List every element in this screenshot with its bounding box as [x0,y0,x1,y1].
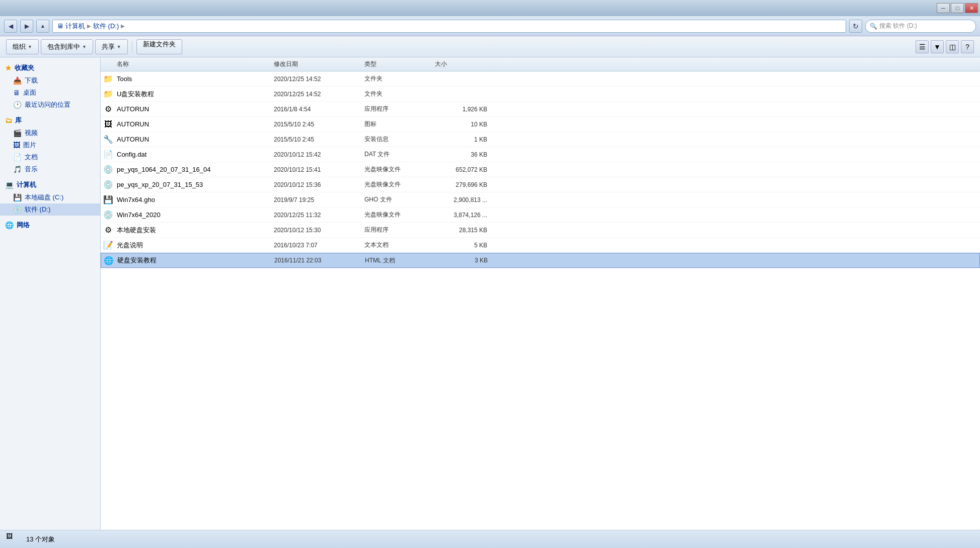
table-row[interactable]: 💿 pe_yqs_xp_20_07_31_15_53 2020/10/12 15… [101,177,980,192]
file-name: 本地硬盘安装 [117,226,274,235]
table-row[interactable]: 🌐 硬盘安装教程 2016/11/21 22:03 HTML 文档 3 KB [101,253,980,268]
table-row[interactable]: 📄 Config.dat 2020/10/12 15:42 DAT 文件 36 … [101,147,980,162]
file-name: Win7x64_2020 [117,211,274,219]
library-icon: 🗂 [5,116,12,124]
file-date: 2015/5/10 2:45 [274,136,364,143]
network-icon: 🌐 [5,221,14,229]
file-date: 2016/1/8 4:54 [274,106,364,113]
view-button[interactable]: ☰ [916,40,929,53]
main-layout: ★ 收藏夹 📥 下载 🖥 桌面 🕐 最近访问的位置 🗂 库 [0,57,980,530]
search-box[interactable]: 🔍 搜索 软件 (D:) [865,20,976,33]
breadcrumb-computer[interactable]: 计算机 [65,22,85,31]
table-row[interactable]: 🖼 AUTORUN 2015/5/10 2:45 图标 10 KB [101,117,980,132]
share-label: 共享 [102,42,115,51]
help-icon: ? [965,43,969,51]
table-row[interactable]: ⚙ AUTORUN 2016/1/8 4:54 应用程序 1,926 KB [101,102,980,117]
file-name: 硬盘安装教程 [117,256,274,265]
file-type: 应用程序 [364,105,435,113]
col-header-name[interactable]: 名称 [103,60,274,68]
col-header-size[interactable]: 大小 [435,60,495,68]
file-date: 2020/10/12 15:41 [274,166,364,173]
network-header[interactable]: 🌐 网络 [0,219,100,232]
up-button[interactable]: ▲ [36,20,49,33]
star-icon: ★ [5,64,12,72]
minimize-button[interactable]: ─ [937,3,950,13]
share-button[interactable]: 共享 ▼ [95,39,128,54]
recent-icon: 🕐 [13,101,22,109]
back-button[interactable]: ◀ [4,20,17,33]
organize-button[interactable]: 组织 ▼ [6,39,39,54]
table-row[interactable]: 📁 U盘安装教程 2020/12/25 14:52 文件夹 [101,87,980,102]
sidebar-item-picture-label: 图片 [23,141,36,150]
statusbar: 🖼 13 个对象 [0,530,980,548]
sidebar-item-drive-c[interactable]: 💾 本地磁盘 (C:) [0,191,100,203]
file-date: 2020/12/25 11:32 [274,212,364,219]
computer-icon: 💻 [5,181,14,189]
file-date: 2016/11/21 22:03 [274,257,365,264]
organize-label: 组织 [13,42,26,51]
table-row[interactable]: 💿 Win7x64_2020 2020/12/25 11:32 光盘映像文件 3… [101,208,980,223]
sidebar-item-download[interactable]: 📥 下载 [0,75,100,87]
table-row[interactable]: 💿 pe_yqs_1064_20_07_31_16_04 2020/10/12 … [101,162,980,177]
file-icon: 🔧 [103,134,114,145]
col-header-date[interactable]: 修改日期 [274,60,364,68]
close-button[interactable]: ✕ [965,3,978,13]
filelist: 名称 修改日期 类型 大小 📁 Tools 2020/12/25 14:52 文… [101,57,980,530]
sidebar-item-picture[interactable]: 🖼 图片 [0,139,100,151]
new-folder-button[interactable]: 新建文件夹 [136,39,182,54]
file-icon: 💿 [103,210,114,221]
sidebar: ★ 收藏夹 📥 下载 🖥 桌面 🕐 最近访问的位置 🗂 库 [0,57,101,530]
table-row[interactable]: 📁 Tools 2020/12/25 14:52 文件夹 [101,72,980,87]
file-type: 文件夹 [364,75,435,83]
desktop-icon: 🖥 [13,89,20,97]
file-icon: 📄 [103,149,114,160]
file-type: HTML 文档 [365,256,435,265]
help-button[interactable]: ? [961,40,974,53]
sidebar-item-document-label: 文档 [25,153,38,162]
refresh-button[interactable]: ↻ [849,20,862,33]
file-date: 2020/10/12 15:30 [274,227,364,234]
file-type: GHO 文件 [364,195,435,204]
table-row[interactable]: 📝 光盘说明 2016/10/23 7:07 文本文档 5 KB [101,238,980,253]
include-library-button[interactable]: 包含到库中 ▼ [41,39,93,54]
download-icon: 📥 [13,77,22,85]
file-name: AUTORUN [117,135,274,143]
file-name: U盘安装教程 [117,90,274,99]
sidebar-item-recent-label: 最近访问的位置 [25,100,70,109]
sidebar-item-recent[interactable]: 🕐 最近访问的位置 [0,99,100,111]
file-name: AUTORUN [117,105,274,113]
file-icon: 🖼 [103,119,114,130]
file-size: 3,874,126 ... [435,212,495,219]
col-header-type[interactable]: 类型 [364,60,435,68]
sidebar-item-document[interactable]: 📄 文档 [0,151,100,163]
preview-pane-button[interactable]: ◫ [946,40,959,53]
breadcrumb[interactable]: 🖥 计算机 ▶ 软件 (D:) ▶ [52,20,846,33]
favorites-header[interactable]: ★ 收藏夹 [0,61,100,75]
sidebar-item-download-label: 下载 [25,76,38,85]
computer-header[interactable]: 💻 计算机 [0,178,100,191]
sidebar-item-desktop-label: 桌面 [23,88,36,97]
breadcrumb-drive[interactable]: 软件 (D:) [93,22,119,31]
favorites-section: ★ 收藏夹 📥 下载 🖥 桌面 🕐 最近访问的位置 [0,61,100,111]
file-date: 2020/12/25 14:52 [274,91,364,98]
sidebar-item-music[interactable]: 🎵 音乐 [0,163,100,175]
table-row[interactable]: ⚙ 本地硬盘安装 2020/10/12 15:30 应用程序 28,315 KB [101,223,980,238]
file-icon: 🌐 [103,255,114,266]
file-type: 安装信息 [364,135,435,144]
sidebar-item-video[interactable]: 🎬 视频 [0,127,100,139]
sidebar-item-music-label: 音乐 [25,165,38,174]
file-size: 5 KB [435,242,495,249]
toolbar-right: ☰ ▼ ◫ ? [916,40,974,53]
maximize-button[interactable]: □ [951,3,964,13]
table-row[interactable]: 🔧 AUTORUN 2015/5/10 2:45 安装信息 1 KB [101,132,980,147]
sidebar-item-drive-d[interactable]: 💿 软件 (D:) [0,203,100,216]
file-rows-container: 📁 Tools 2020/12/25 14:52 文件夹 📁 U盘安装教程 20… [101,72,980,268]
network-section: 🌐 网络 [0,219,100,232]
table-row[interactable]: 💾 Win7x64.gho 2019/9/7 19:25 GHO 文件 2,90… [101,192,980,208]
sidebar-item-desktop[interactable]: 🖥 桌面 [0,87,100,99]
forward-button[interactable]: ▶ [20,20,33,33]
file-date: 2020/10/12 15:42 [274,151,364,158]
library-label: 库 [15,116,22,125]
view-arrow-button[interactable]: ▼ [931,40,944,53]
library-header[interactable]: 🗂 库 [0,114,100,127]
